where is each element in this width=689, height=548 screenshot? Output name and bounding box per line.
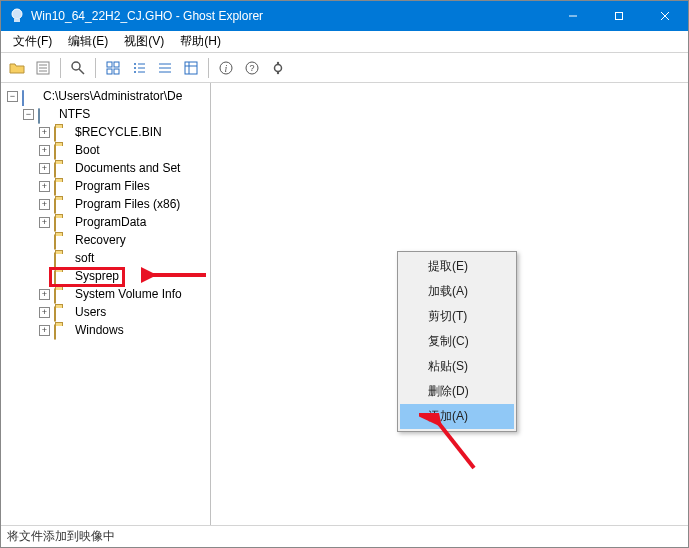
svg-text:?: ?	[249, 63, 254, 73]
svg-point-17	[134, 67, 136, 69]
tree-item-label: Boot	[73, 141, 102, 159]
expander-icon[interactable]: −	[23, 109, 34, 120]
expander-icon	[39, 235, 50, 246]
window-controls	[550, 1, 688, 31]
tree-item[interactable]: +Boot	[5, 141, 210, 159]
svg-rect-13	[114, 62, 119, 67]
svg-rect-12	[107, 62, 112, 67]
tree-item[interactable]: Sysprep	[5, 267, 210, 285]
tree-item[interactable]: +$RECYCLE.BIN	[5, 123, 210, 141]
info-icon[interactable]: i	[214, 56, 238, 80]
tree-item[interactable]: +System Volume Info	[5, 285, 210, 303]
tree-item-label: Program Files	[73, 177, 152, 195]
folder-icon	[54, 143, 70, 157]
tree-item[interactable]: +Program Files (x86)	[5, 195, 210, 213]
context-menu-item[interactable]: 添加(A)	[400, 404, 514, 429]
tree-item[interactable]: +Users	[5, 303, 210, 321]
expander-icon[interactable]: +	[39, 127, 50, 138]
folder-icon	[54, 251, 70, 265]
tree-item-label: $RECYCLE.BIN	[73, 123, 164, 141]
view-small-icon[interactable]	[127, 56, 151, 80]
context-menu-item[interactable]: 粘贴(S)	[400, 354, 514, 379]
menubar: 文件(F) 编辑(E) 视图(V) 帮助(H)	[1, 31, 688, 53]
expander-icon[interactable]: −	[7, 91, 18, 102]
tree-disk-label: NTFS	[57, 105, 92, 123]
tree-item[interactable]: +ProgramData	[5, 213, 210, 231]
svg-rect-14	[107, 69, 112, 74]
expander-icon[interactable]: +	[39, 163, 50, 174]
view-list-icon[interactable]	[153, 56, 177, 80]
expander-icon[interactable]: +	[39, 289, 50, 300]
tree-item[interactable]: +Documents and Set	[5, 159, 210, 177]
folder-icon	[54, 215, 70, 229]
folder-icon	[54, 269, 70, 283]
menu-file[interactable]: 文件(F)	[5, 31, 60, 52]
folder-icon	[54, 323, 70, 337]
tree-item[interactable]: +Program Files	[5, 177, 210, 195]
menu-help[interactable]: 帮助(H)	[172, 31, 229, 52]
toolbar: i ?	[1, 53, 688, 83]
context-menu-item[interactable]: 提取(E)	[400, 254, 514, 279]
svg-point-32	[275, 64, 282, 71]
tree-item-label: Documents and Set	[73, 159, 182, 177]
context-menu-item[interactable]: 删除(D)	[400, 379, 514, 404]
view-large-icon[interactable]	[101, 56, 125, 80]
titlebar: Win10_64_22H2_CJ.GHO - Ghost Explorer	[1, 1, 688, 31]
expander-icon[interactable]: +	[39, 307, 50, 318]
svg-point-10	[72, 62, 80, 70]
tree-item-label: Program Files (x86)	[73, 195, 182, 213]
close-button[interactable]	[642, 1, 688, 31]
svg-point-18	[134, 71, 136, 73]
content-pane[interactable]: 提取(E)加载(A)剪切(T)复制(C)粘贴(S)删除(D)添加(A)	[211, 83, 688, 525]
tree-pane[interactable]: − C:\Users\Administrator\De − NTFS +$REC…	[1, 83, 211, 525]
svg-line-11	[79, 69, 84, 74]
tree-item[interactable]: Recovery	[5, 231, 210, 249]
folder-icon	[54, 305, 70, 319]
minimize-button[interactable]	[550, 1, 596, 31]
menu-edit[interactable]: 编辑(E)	[60, 31, 116, 52]
folder-icon	[54, 197, 70, 211]
tree-disk[interactable]: − NTFS	[5, 105, 210, 123]
context-menu-item[interactable]: 加载(A)	[400, 279, 514, 304]
tree-view: − C:\Users\Administrator\De − NTFS +$REC…	[5, 87, 210, 339]
expander-icon[interactable]: +	[39, 325, 50, 336]
maximize-button[interactable]	[596, 1, 642, 31]
folder-icon	[54, 287, 70, 301]
tree-item-label: System Volume Info	[73, 285, 184, 303]
refresh-icon[interactable]	[266, 56, 290, 80]
svg-rect-3	[616, 13, 623, 20]
svg-text:i: i	[225, 63, 228, 74]
folder-icon	[54, 179, 70, 193]
properties-icon[interactable]	[31, 56, 55, 80]
svg-point-34	[277, 71, 279, 73]
context-menu-item[interactable]: 复制(C)	[400, 329, 514, 354]
search-icon[interactable]	[66, 56, 90, 80]
app-icon	[9, 8, 25, 24]
svg-rect-25	[185, 62, 197, 74]
view-details-icon[interactable]	[179, 56, 203, 80]
expander-icon[interactable]: +	[39, 217, 50, 228]
folder-icon	[54, 233, 70, 247]
open-icon[interactable]	[5, 56, 29, 80]
tree-item[interactable]: +Windows	[5, 321, 210, 339]
expander-icon[interactable]: +	[39, 145, 50, 156]
context-menu: 提取(E)加载(A)剪切(T)复制(C)粘贴(S)删除(D)添加(A)	[397, 251, 517, 432]
tree-item[interactable]: soft	[5, 249, 210, 267]
svg-point-16	[134, 63, 136, 65]
menu-view[interactable]: 视图(V)	[116, 31, 172, 52]
svg-rect-15	[114, 69, 119, 74]
expander-icon	[39, 253, 50, 264]
tree-root[interactable]: − C:\Users\Administrator\De	[5, 87, 210, 105]
svg-point-0	[12, 9, 22, 19]
statusbar: 将文件添加到映像中	[1, 525, 688, 547]
tree-root-label: C:\Users\Administrator\De	[41, 87, 184, 105]
drive-icon	[38, 107, 54, 121]
status-text: 将文件添加到映像中	[7, 528, 115, 545]
help-icon[interactable]: ?	[240, 56, 264, 80]
folder-icon	[54, 161, 70, 175]
expander-icon[interactable]: +	[39, 199, 50, 210]
expander-icon[interactable]: +	[39, 181, 50, 192]
svg-rect-1	[14, 19, 20, 22]
tree-item-label: Users	[73, 303, 108, 321]
context-menu-item[interactable]: 剪切(T)	[400, 304, 514, 329]
